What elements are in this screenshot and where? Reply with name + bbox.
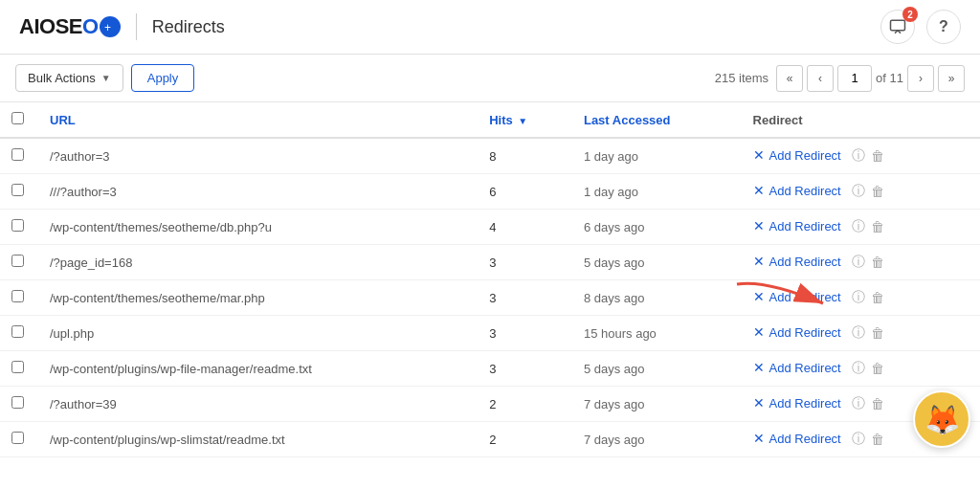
redirect-cell: ✕ Add Redirect ⓘ 🗑 [742,210,980,245]
redirect-cell: ✕ Add Redirect ⓘ 🗑 [742,316,980,351]
row-checkbox[interactable] [11,290,24,302]
redirect-icon: ✕ [753,183,765,198]
hits-cell: 6 [478,174,572,210]
header-divider [136,13,137,40]
header-left: AIOSEO + Redirects [19,13,225,40]
last-page-button[interactable]: » [938,65,965,92]
table-header: URL Hits ▼ Last Accessed Redirect [0,102,980,138]
row-checkbox[interactable] [11,396,24,409]
table-row: /wp-content/plugins/wp-slimstat/readme.t… [0,422,980,457]
info-icon[interactable]: ⓘ [852,360,865,377]
bulk-actions-label: Bulk Actions [28,71,96,85]
table-row: /wp-content/plugins/wp-file-manager/read… [0,351,980,387]
next-page-button[interactable]: › [907,65,934,92]
delete-icon[interactable]: 🗑 [871,325,884,341]
header: AIOSEO + Redirects ? [0,0,980,55]
info-icon[interactable]: ⓘ [852,289,865,306]
row-checkbox[interactable] [11,255,24,267]
row-checkbox-cell [0,210,38,245]
row-action-icons: ⓘ 🗑 [852,360,884,377]
table-row: /upl.php 3 15 hours ago ✕ Add Redirect ⓘ… [0,316,980,351]
redirect-icon: ✕ [753,324,765,340]
select-all-column [0,102,38,138]
redirect-cell: ✕ Add Redirect ⓘ 🗑 [742,174,980,210]
info-icon[interactable]: ⓘ [852,324,865,342]
row-checkbox[interactable] [11,432,24,444]
delete-icon[interactable]: 🗑 [871,396,884,411]
add-redirect-label: Add Redirect [769,325,841,340]
table-container: URL Hits ▼ Last Accessed Redirect [0,102,980,457]
redirect-icon: ✕ [753,360,765,375]
first-page-button[interactable]: « [776,65,803,92]
hits-column-header[interactable]: Hits ▼ [478,102,572,138]
notifications-button[interactable] [880,10,915,44]
row-checkbox[interactable] [11,325,24,338]
add-redirect-button[interactable]: ✕ Add Redirect [753,431,841,446]
add-redirect-label: Add Redirect [769,290,841,304]
row-checkbox-cell [0,280,38,316]
add-redirect-button[interactable]: ✕ Add Redirect [753,218,841,233]
row-checkbox[interactable] [11,219,24,232]
delete-icon[interactable]: 🗑 [871,432,884,447]
add-redirect-label: Add Redirect [769,396,841,411]
delete-icon[interactable]: 🗑 [871,290,884,305]
row-checkbox[interactable] [11,361,24,373]
url-column-header: URL [38,102,478,138]
delete-icon[interactable]: 🗑 [871,148,884,164]
add-redirect-button[interactable]: ✕ Add Redirect [753,324,841,340]
row-checkbox-cell [0,316,38,351]
info-icon[interactable]: ⓘ [852,254,865,271]
info-icon[interactable]: ⓘ [852,147,865,165]
add-redirect-button[interactable]: ✕ Add Redirect [753,147,841,163]
items-count: 215 items [715,71,768,85]
of-pages-text: of 11 [876,71,903,85]
redirect-icon: ✕ [753,431,765,446]
add-redirect-label: Add Redirect [769,361,841,375]
info-icon[interactable]: ⓘ [852,218,865,235]
add-redirect-label: Add Redirect [769,255,841,269]
redirect-icon: ✕ [753,254,765,269]
redirect-icon: ✕ [753,218,765,233]
delete-icon[interactable]: 🗑 [871,219,884,234]
hits-cell: 3 [478,351,572,387]
delete-icon[interactable]: 🗑 [871,184,884,199]
url-cell: /wp-content/plugins/wp-file-manager/read… [38,351,478,387]
url-cell: /wp-content/plugins/wp-slimstat/readme.t… [38,422,478,457]
row-checkbox[interactable] [11,148,24,161]
add-redirect-button[interactable]: ✕ Add Redirect [753,254,841,269]
info-icon[interactable]: ⓘ [852,395,865,412]
bulk-actions-button[interactable]: Bulk Actions ▼ [15,64,123,92]
table-row: /wp-content/themes/seotheme/db.php?u 4 6… [0,210,980,245]
redirect-cell: ✕ Add Redirect ⓘ 🗑 [742,280,980,316]
row-action-icons: ⓘ 🗑 [852,254,884,271]
url-cell: /?author=3 [38,138,478,174]
add-redirect-button[interactable]: ✕ Add Redirect [753,183,841,198]
url-cell: /wp-content/themes/seotheme/mar.php [38,280,478,316]
mascot-widget[interactable]: 🦊 [913,390,970,448]
help-button[interactable]: ? [926,10,961,44]
toolbar-right: 215 items « ‹ of 11 › » [715,65,965,92]
url-cell: /?author=39 [38,387,478,422]
info-icon[interactable]: ⓘ [852,431,865,448]
redirect-icon: ✕ [753,147,765,163]
prev-page-button[interactable]: ‹ [807,65,834,92]
url-cell: /wp-content/themes/seotheme/db.php?u [38,210,478,245]
add-redirect-button[interactable]: ✕ Add Redirect [753,289,841,304]
row-checkbox-cell [0,245,38,280]
logo-text: AIOSEO [19,14,99,39]
select-all-checkbox[interactable] [11,112,24,124]
row-checkbox[interactable] [11,184,24,196]
add-redirect-button[interactable]: ✕ Add Redirect [753,395,841,411]
info-icon[interactable]: ⓘ [852,183,865,200]
page-number-input[interactable] [837,65,872,92]
hits-cell: 3 [478,245,572,280]
url-cell: /upl.php [38,316,478,351]
hits-cell: 2 [478,422,572,457]
delete-icon[interactable]: 🗑 [871,361,884,376]
question-icon: ? [939,18,948,35]
apply-button[interactable]: Apply [131,64,195,92]
toolbar-left: Bulk Actions ▼ Apply [15,64,194,92]
add-redirect-button[interactable]: ✕ Add Redirect [753,360,841,375]
table-row: /wp-content/themes/seotheme/mar.php 3 8 … [0,280,980,316]
delete-icon[interactable]: 🗑 [871,255,884,270]
